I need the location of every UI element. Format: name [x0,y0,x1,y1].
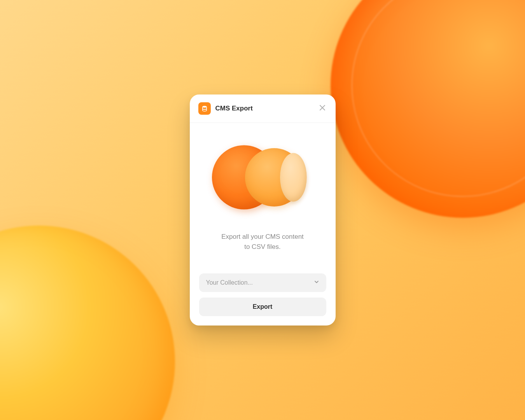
coin-front [280,153,307,201]
export-button-label: Export [253,303,273,310]
description-text: Export all your CMS content to CSV files… [218,232,307,252]
card-title: CMS Export [215,105,313,112]
close-icon [320,104,325,112]
collection-select[interactable]: Your Collection... [199,273,326,292]
cms-export-card: CMS Export Export all your CMS content t… [190,94,336,326]
export-button[interactable]: Export [199,298,326,316]
svg-point-0 [202,106,206,108]
database-icon [198,102,211,115]
chevron-down-icon [314,279,319,286]
coins-illustration [208,138,317,216]
background-disc-left [0,226,175,420]
background-disc-right [331,0,525,218]
select-placeholder: Your Collection... [206,279,253,286]
card-body: Export all your CMS content to CSV files… [190,123,336,326]
close-button[interactable] [318,104,327,113]
card-header: CMS Export [190,94,336,123]
